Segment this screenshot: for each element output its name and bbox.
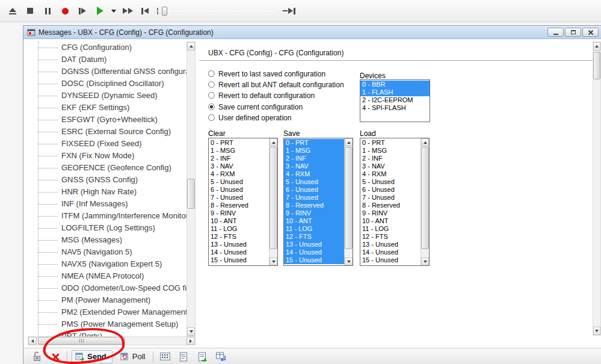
tree-item[interactable]: GNSS (GNSS Config) xyxy=(28,174,186,186)
load-list-item[interactable]: 14 - Unused xyxy=(360,248,421,256)
fast-forward-button[interactable] xyxy=(120,4,135,19)
tree-item[interactable]: CFG (Configuration) xyxy=(28,42,186,54)
clear-list-item[interactable]: 10 - ANT xyxy=(209,217,269,225)
grid-dots-button[interactable] xyxy=(158,350,172,364)
tree-item[interactable]: EKF (EKF Settings) xyxy=(28,102,186,114)
save-list-item[interactable]: 14 - Unused xyxy=(284,248,344,256)
scroll-down-button[interactable] xyxy=(345,258,353,265)
load-list-scrollbar[interactable] xyxy=(421,138,429,265)
tree-item[interactable]: ESFGWT (Gyro+Wheeltick) xyxy=(28,114,186,126)
radio-user-defined-operation[interactable]: User defined operation xyxy=(208,113,291,122)
tree-item[interactable]: PRT (Ports) xyxy=(28,330,186,336)
save-list-item[interactable]: 9 - RINV xyxy=(284,209,344,217)
scroll-down-button[interactable] xyxy=(270,258,277,265)
load-list-item[interactable]: 11 - LOG xyxy=(360,225,421,233)
save-list-item[interactable]: 5 - Unused xyxy=(284,178,344,186)
clear-list-item[interactable]: 4 - RXM xyxy=(209,170,269,178)
radio-revert-last-saved[interactable]: Revert to last saved configuration xyxy=(208,69,325,78)
save-list-scrollbar[interactable] xyxy=(344,138,353,265)
clear-list-item[interactable]: 15 - Unused xyxy=(209,256,269,264)
scroll-up-button[interactable] xyxy=(421,138,429,146)
scrollbar-thumb[interactable] xyxy=(38,337,125,345)
scrollbar-thumb[interactable] xyxy=(345,147,353,249)
eject-button[interactable] xyxy=(5,4,20,19)
document-lines-button[interactable] xyxy=(176,350,191,364)
step-forward-button[interactable] xyxy=(75,4,90,19)
clear-list-item[interactable]: 0 - PRT xyxy=(209,139,269,147)
save-list-item[interactable]: 7 - Unused xyxy=(284,194,344,202)
radio-revert-all-but-ant[interactable]: Revert all but ANT default configuration xyxy=(208,80,344,89)
scrollbar-thumb[interactable] xyxy=(270,147,277,249)
tree-item[interactable]: DYNSEED (Dynamic Seed) xyxy=(28,90,186,102)
load-list-item[interactable]: 12 - FTS xyxy=(360,233,421,241)
scroll-down-button[interactable] xyxy=(421,258,429,265)
save-list-item[interactable]: 1 - MSG xyxy=(284,147,344,155)
save-list-item[interactable]: 10 - ANT xyxy=(284,217,344,225)
clear-list-item[interactable]: 6 - Unused xyxy=(209,186,269,194)
scrollbar-thumb[interactable] xyxy=(593,52,600,79)
tree-item[interactable]: PM2 (Extended Power Management) xyxy=(28,306,186,318)
clear-list-item[interactable]: 8 - Reserved xyxy=(209,202,269,209)
titlebar[interactable]: Messages - UBX - CFG (Config) - CFG (Con… xyxy=(23,26,601,39)
clear-list-item[interactable]: 14 - Unused xyxy=(209,248,269,256)
stop-button[interactable] xyxy=(22,4,38,19)
document-export-button[interactable] xyxy=(195,350,209,364)
device-list-item[interactable]: 2 - I2C-EEPROM xyxy=(360,96,430,104)
tree-item[interactable]: GEOFENCE (Geofence Config) xyxy=(28,162,186,174)
device-list-item[interactable]: 4 - SPI-FLASH xyxy=(360,104,430,112)
load-list-item[interactable]: 0 - PRT xyxy=(360,139,421,147)
scroll-right-button[interactable] xyxy=(186,337,195,345)
load-list-item[interactable]: 5 - Unused xyxy=(360,178,421,186)
save-list-item[interactable]: 4 - RXM xyxy=(284,170,344,178)
load-list-item[interactable]: 10 - ANT xyxy=(360,217,421,225)
tree-item[interactable]: MSG (Messages) xyxy=(28,234,186,246)
load-list-item[interactable]: 8 - Reserved xyxy=(360,202,421,209)
device-list-item[interactable]: 1 - FLASH xyxy=(360,88,430,96)
tree-item[interactable]: FIXSEED (Fixed Seed) xyxy=(28,138,186,150)
tree-horizontal-scrollbar[interactable] xyxy=(28,336,196,345)
skip-to-start-button[interactable] xyxy=(137,4,153,19)
minimize-button[interactable] xyxy=(547,28,564,37)
save-list-item[interactable]: 0 - PRT xyxy=(284,139,344,147)
tree-item[interactable]: NAV5 (Navigation 5) xyxy=(28,246,186,258)
clear-list-scrollbar[interactable] xyxy=(269,138,277,265)
tree-item[interactable]: DAT (Datum) xyxy=(28,54,186,66)
clear-list-item[interactable]: 3 - NAV xyxy=(209,162,269,170)
load-list-item[interactable]: 7 - Unused xyxy=(360,194,421,202)
tree-item[interactable]: INF (Inf Messages) xyxy=(28,198,186,210)
clear-messages-button[interactable] xyxy=(48,350,63,364)
scroll-up-button[interactable] xyxy=(593,42,600,51)
unlock-button[interactable] xyxy=(29,350,44,364)
radio-save-current-configuration[interactable]: Save current configuration xyxy=(208,102,303,111)
load-list-item[interactable]: 2 - INF xyxy=(360,155,421,162)
save-list-item[interactable]: 3 - NAV xyxy=(284,162,344,170)
tree-item[interactable]: DOSC (Disciplined Oscillator) xyxy=(28,78,186,90)
slider-handle[interactable] xyxy=(162,7,167,16)
tree-item[interactable]: HNR (High Nav Rate) xyxy=(28,186,186,198)
poll-button[interactable]: Poll xyxy=(117,350,149,363)
tree-vertical-scrollbar[interactable] xyxy=(186,42,196,336)
clear-list-item[interactable]: 2 - INF xyxy=(209,155,269,162)
tree-item[interactable]: NMEA (NMEA Protocol) xyxy=(28,270,186,282)
play-button[interactable] xyxy=(92,4,108,19)
load-list-item[interactable]: 3 - NAV xyxy=(360,162,421,170)
clear-list-item[interactable]: 1 - MSG xyxy=(209,147,269,155)
skip-to-end-button[interactable] xyxy=(281,4,297,19)
tree-item[interactable]: PMS (Power Management Setup) xyxy=(28,318,186,330)
save-list-item[interactable]: 6 - Unused xyxy=(284,186,344,194)
save-list-item[interactable]: 13 - Unused xyxy=(284,241,344,248)
scroll-left-button[interactable] xyxy=(28,337,37,345)
maximize-button[interactable] xyxy=(565,28,581,37)
clear-list-item[interactable]: 7 - Unused xyxy=(209,194,269,202)
clear-list-item[interactable]: 9 - RINV xyxy=(209,209,269,217)
device-list-item[interactable]: 0 - BBR xyxy=(360,81,430,88)
tree-item[interactable]: ESRC (External Source Config) xyxy=(28,126,186,138)
scroll-up-button[interactable] xyxy=(345,138,353,146)
clear-list-item[interactable]: 13 - Unused xyxy=(209,241,269,248)
radio-revert-default[interactable]: Revert to default configuration xyxy=(208,91,315,100)
tree-item[interactable]: PM (Power Management) xyxy=(28,294,186,306)
clear-list-item[interactable]: 11 - LOG xyxy=(209,225,269,233)
record-button[interactable] xyxy=(57,4,73,19)
panel-vertical-scrollbar[interactable] xyxy=(593,42,601,336)
pause-button[interactable] xyxy=(40,4,55,19)
